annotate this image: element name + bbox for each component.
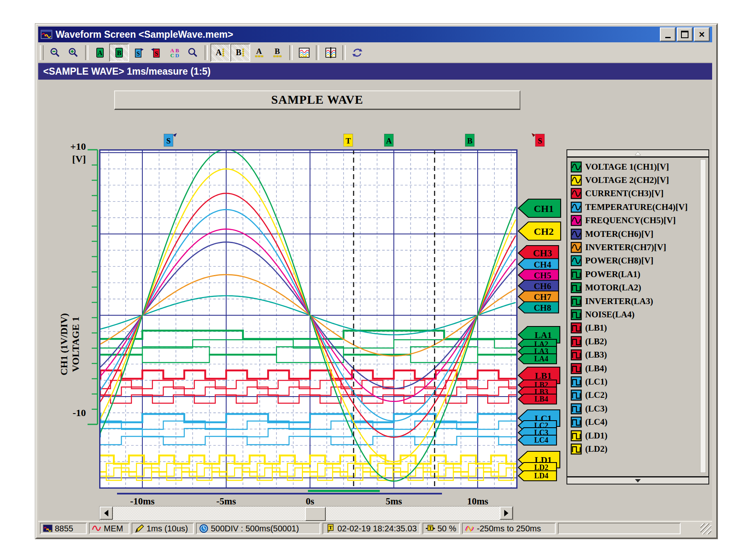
channel-tag-lc4[interactable]: LC4 bbox=[518, 435, 557, 445]
waveform-overlay-view-button[interactable] bbox=[295, 44, 313, 61]
channel-tag-ch1[interactable]: CH1 bbox=[518, 199, 561, 217]
start-marker-button[interactable]: S bbox=[129, 44, 147, 61]
legend-label: (LC1) bbox=[585, 377, 608, 387]
legend-item-lc3[interactable]: (LC3) bbox=[571, 402, 698, 415]
channel-tag-la4[interactable]: LA4 bbox=[518, 354, 557, 364]
legend-item-lb3[interactable]: (LB3) bbox=[571, 348, 698, 361]
legend-scroll-up[interactable] bbox=[567, 150, 708, 156]
toolbar-separator bbox=[316, 45, 319, 60]
legend-item-motor-la2[interactable]: MOTOR(LA2) bbox=[571, 281, 698, 295]
channel-tag-ch7[interactable]: CH7 bbox=[518, 291, 559, 302]
status-sine-red-icon bbox=[92, 523, 102, 533]
sine-channel-icon bbox=[571, 229, 582, 240]
channel-tag-ch5[interactable]: CH5 bbox=[518, 270, 559, 281]
legend-item-lb4[interactable]: (LB4) bbox=[571, 362, 698, 375]
b-horizontal-cursor-icon: B bbox=[272, 47, 283, 58]
minimize-button[interactable] bbox=[660, 27, 676, 41]
title-bar: Waveform Screen <SampleWave.mem> × bbox=[38, 27, 712, 42]
legend-label: POWER(CH8)[V] bbox=[585, 256, 653, 266]
sine-channel-icon bbox=[571, 188, 582, 199]
legend-label: NOISE(LA4) bbox=[585, 309, 635, 320]
legend-label: (LB3) bbox=[585, 350, 607, 360]
legend-label: (LD1) bbox=[585, 431, 608, 441]
toolbar-separator bbox=[85, 45, 88, 60]
cursor-a-button[interactable]: A bbox=[91, 44, 109, 61]
status-segment-250ms-to-250ms: -250ms to 250ms bbox=[462, 523, 556, 534]
start-marker-icon: S bbox=[132, 47, 144, 58]
scrollbar-thumb[interactable] bbox=[305, 507, 326, 521]
channel-tag-ld4[interactable]: LD4 bbox=[518, 471, 557, 481]
zoom-out-button[interactable] bbox=[46, 44, 64, 61]
legend-item-inverter-ch7-v[interactable]: INVERTER(CH7)[V] bbox=[571, 241, 698, 254]
svg-text:S: S bbox=[155, 50, 158, 57]
sine-channel-icon bbox=[571, 161, 582, 173]
horizontal-scrollbar[interactable] bbox=[99, 506, 513, 521]
svg-text:CH5: CH5 bbox=[534, 270, 551, 280]
legend-label: FREQUENCY(CH5)[V] bbox=[585, 215, 676, 226]
svg-text:S: S bbox=[137, 50, 140, 57]
svg-text:A: A bbox=[386, 136, 392, 145]
y-unit-label: [V] bbox=[61, 153, 86, 165]
svg-text:CH6: CH6 bbox=[534, 281, 551, 291]
refresh-icon bbox=[352, 47, 363, 58]
marker-s[interactable]: S bbox=[532, 133, 544, 146]
channel-tag-lb4[interactable]: LB4 bbox=[518, 394, 557, 404]
channel-tag-column: CH1CH2CH3CH4CH5CH6CH7CH8LA1LA2LA3LA4LB1L… bbox=[518, 149, 566, 489]
scroll-right-button[interactable] bbox=[500, 506, 513, 520]
abcd-cursors-button[interactable]: ABCD bbox=[166, 44, 184, 61]
a-horizontal-cursor-button[interactable]: A bbox=[250, 44, 269, 61]
b-line-cursor-icon: B bbox=[234, 47, 246, 58]
toolbar-handle[interactable] bbox=[40, 45, 44, 60]
channel-tag-ch6[interactable]: CH6 bbox=[518, 280, 559, 292]
channel-tag-ch2[interactable]: CH2 bbox=[518, 222, 561, 240]
search-button[interactable] bbox=[184, 44, 202, 61]
legend-item-current-ch3-v[interactable]: CURRENT(CH3)[V] bbox=[571, 187, 698, 200]
cursor-b-button[interactable]: B bbox=[109, 44, 129, 62]
status-text: MEM bbox=[104, 524, 123, 533]
x-tick-0s: 0s bbox=[306, 496, 314, 507]
status-bar: 8855MEM1ms (10us)500DIV : 500ms(50001)T0… bbox=[38, 521, 712, 535]
channel-tag-ch4[interactable]: CH4 bbox=[518, 259, 559, 270]
marker-a[interactable]: A bbox=[384, 134, 393, 146]
legend-item-ld1[interactable]: (LD1) bbox=[571, 429, 698, 442]
marker-t[interactable]: T bbox=[344, 134, 353, 146]
y-axis-ruler bbox=[84, 149, 100, 426]
maximize-button[interactable] bbox=[677, 27, 693, 41]
resize-grip[interactable] bbox=[701, 523, 711, 534]
y-axis-title-line2: VOLTAGE 1 bbox=[70, 280, 81, 409]
scroll-left-button[interactable] bbox=[100, 506, 113, 520]
b-horizontal-cursor-button[interactable]: B bbox=[269, 44, 287, 61]
legend-item-lc2[interactable]: (LC2) bbox=[571, 389, 698, 402]
svg-text:CH4: CH4 bbox=[534, 260, 552, 270]
close-button[interactable]: × bbox=[694, 27, 710, 41]
x-tick--10ms: -10ms bbox=[130, 496, 155, 507]
sine-channel-icon bbox=[571, 255, 582, 266]
refresh-button[interactable] bbox=[348, 44, 366, 61]
legend-item-noise-la4[interactable]: NOISE(LA4) bbox=[571, 308, 698, 321]
legend-item-moter-ch6-v[interactable]: MOTER(CH6)[V] bbox=[571, 227, 698, 241]
legend-item-lb1[interactable]: (LB1) bbox=[571, 321, 698, 335]
a-line-cursor-button[interactable]: A bbox=[210, 44, 230, 62]
legend-item-power-ch8-v[interactable]: POWER(CH8)[V] bbox=[571, 254, 698, 268]
legend-scrollbar-track[interactable] bbox=[700, 159, 706, 473]
legend-item-ld2[interactable]: (LD2) bbox=[571, 442, 698, 455]
legend-item-lb2[interactable]: (LB2) bbox=[571, 335, 698, 348]
marker-s[interactable]: S bbox=[164, 133, 177, 146]
channel-tag-ch8[interactable]: CH8 bbox=[518, 302, 559, 313]
legend-item-frequency-ch5-v[interactable]: FREQUENCY(CH5)[V] bbox=[571, 214, 698, 227]
legend-scroll-down[interactable] bbox=[567, 477, 708, 484]
legend-item-temperature-ch4-v[interactable]: TEMPERATURE(CH4)[V] bbox=[571, 200, 698, 214]
waveform-split-view-button[interactable] bbox=[322, 44, 340, 61]
sine-channel-icon bbox=[571, 175, 582, 186]
stop-marker-button[interactable]: S bbox=[147, 44, 166, 61]
b-line-cursor-button[interactable]: B bbox=[230, 44, 250, 62]
toolbar-separator bbox=[289, 45, 293, 60]
legend-item-inverter-la3[interactable]: INVERTER(LA3) bbox=[571, 295, 698, 308]
legend-item-voltage-1-ch1-v[interactable]: VOLTAGE 1(CH1)[V] bbox=[571, 160, 698, 173]
legend-item-voltage-2-ch2-v[interactable]: VOLTAGE 2(CH2)[V] bbox=[571, 173, 698, 187]
legend-item-lc4[interactable]: (LC4) bbox=[571, 415, 698, 429]
legend-item-power-la1[interactable]: POWER(LA1) bbox=[571, 268, 698, 281]
zoom-in-button[interactable] bbox=[64, 44, 83, 61]
marker-b[interactable]: B bbox=[465, 134, 474, 146]
legend-item-lc1[interactable]: (LC1) bbox=[571, 375, 698, 388]
